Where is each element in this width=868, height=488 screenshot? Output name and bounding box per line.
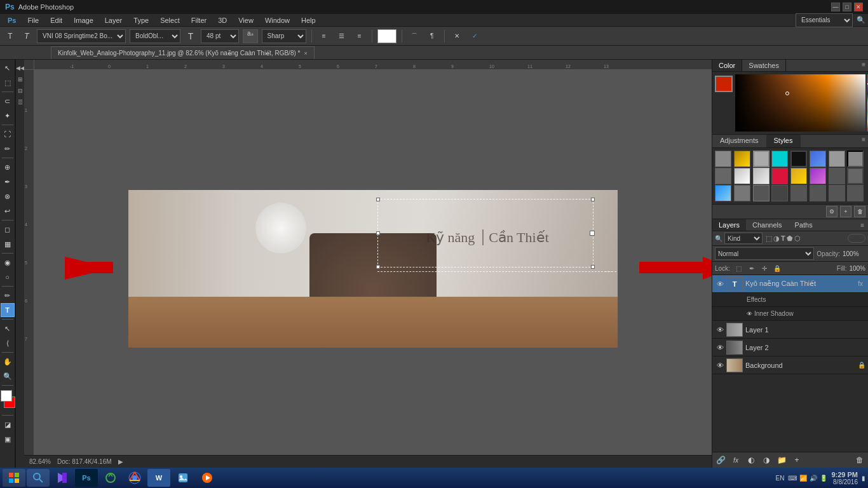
taskbar-show-desktop-icon[interactable]: ▮ bbox=[862, 475, 865, 482]
style-swatch-11[interactable] bbox=[753, 168, 770, 184]
menu-help[interactable]: Help bbox=[296, 15, 321, 25]
crop-tool[interactable]: ⛶ bbox=[1, 127, 15, 141]
tab-paths[interactable]: Paths bbox=[789, 219, 819, 231]
menu-3d[interactable]: 3D bbox=[213, 15, 232, 25]
brush-tool[interactable]: ✒ bbox=[1, 175, 15, 189]
confirm-type-button[interactable]: ✓ bbox=[468, 29, 482, 43]
panel-side-icon-1[interactable]: ⊞ bbox=[18, 76, 23, 83]
document-tab[interactable]: Kinfolk_Web_Analog-Photography_11.jpg @ … bbox=[51, 46, 315, 59]
taskbar-word-icon[interactable]: W bbox=[147, 469, 170, 487]
styles-new-icon[interactable]: + bbox=[840, 206, 851, 217]
tab-close-button[interactable]: × bbox=[304, 50, 307, 57]
layers-panel-menu-icon[interactable]: ≡ bbox=[860, 222, 868, 229]
eraser-tool[interactable]: ◻ bbox=[1, 222, 15, 236]
layers-new-icon[interactable]: + bbox=[791, 454, 803, 466]
layers-filter-toggle[interactable] bbox=[848, 234, 865, 243]
gradient-tool[interactable]: ▦ bbox=[1, 237, 15, 251]
align-center-button[interactable]: ☰ bbox=[335, 29, 349, 43]
font-family-selector[interactable]: VNI 08 Springtime2 Bo... bbox=[37, 29, 126, 43]
warp-text-button[interactable]: ⌒ bbox=[407, 29, 421, 43]
styles-settings-icon[interactable]: ⚙ bbox=[826, 206, 837, 217]
hand-tool[interactable]: ✋ bbox=[1, 355, 15, 369]
status-arrow[interactable]: ▶ bbox=[118, 458, 123, 465]
style-swatch-4[interactable] bbox=[771, 151, 788, 167]
tab-swatches[interactable]: Swatches bbox=[742, 60, 786, 71]
cancel-type-button[interactable]: ✕ bbox=[450, 29, 464, 43]
taskbar-network-icon[interactable]: 📶 bbox=[799, 475, 807, 482]
style-swatch-19[interactable] bbox=[753, 185, 770, 201]
taskbar-refresh-icon[interactable] bbox=[99, 469, 122, 487]
style-swatch-2[interactable] bbox=[734, 151, 750, 167]
tab-layers[interactable]: Layers bbox=[712, 219, 746, 231]
close-button[interactable]: ✕ bbox=[854, 3, 863, 11]
menu-edit[interactable]: Edit bbox=[45, 15, 67, 25]
menu-view[interactable]: View bbox=[233, 15, 259, 25]
blend-mode-selector[interactable]: Normal bbox=[715, 247, 814, 260]
taskbar-chrome-icon[interactable] bbox=[123, 469, 146, 487]
lasso-tool[interactable]: ⊂ bbox=[1, 94, 15, 108]
align-left-button[interactable]: ≡ bbox=[317, 29, 331, 43]
dodge-tool[interactable]: ○ bbox=[1, 270, 15, 284]
taskbar-battery-icon[interactable]: 🔋 bbox=[820, 475, 827, 482]
filter-shape-icon[interactable]: ⬟ bbox=[787, 234, 793, 243]
layers-link-icon[interactable]: 🔗 bbox=[715, 454, 726, 466]
workspace-selector[interactable]: Essentials bbox=[796, 13, 853, 27]
layer-effects-group[interactable]: Effects bbox=[712, 293, 868, 307]
font-style-selector[interactable]: BoldObl... bbox=[130, 29, 180, 43]
filter-type-icon[interactable]: T bbox=[781, 234, 785, 243]
taskbar-ps-icon[interactable]: Ps bbox=[75, 469, 98, 487]
move-tool[interactable]: ↖ bbox=[1, 61, 15, 75]
layer-eye-text[interactable]: 👁 bbox=[715, 279, 725, 289]
magic-wand-tool[interactable]: ✦ bbox=[1, 109, 15, 123]
font-size-selector[interactable]: 48 pt bbox=[201, 29, 239, 43]
aa-method-btn[interactable]: aₐ bbox=[243, 29, 258, 43]
blur-tool[interactable]: ◉ bbox=[1, 255, 15, 269]
layers-fx-icon[interactable]: fx bbox=[730, 454, 742, 466]
style-swatch-5[interactable] bbox=[790, 151, 807, 167]
taskbar-vs-icon[interactable] bbox=[51, 469, 74, 487]
clone-tool[interactable]: ⊗ bbox=[1, 189, 15, 203]
foreground-color[interactable] bbox=[1, 390, 12, 402]
opacity-value[interactable]: 100% bbox=[843, 250, 865, 257]
lock-all-icon[interactable]: 🔒 bbox=[772, 263, 782, 273]
filter-adjust-icon[interactable]: ◑ bbox=[773, 234, 780, 243]
menu-image[interactable]: Image bbox=[69, 15, 98, 25]
menu-file[interactable]: File bbox=[22, 15, 44, 25]
tab-adjustments[interactable]: Adjustments bbox=[712, 135, 766, 147]
canvas-area[interactable]: Kỹ năngCần Thiết bbox=[34, 70, 712, 468]
layer-eye-2[interactable]: 👁 bbox=[715, 342, 725, 353]
text-orient-toggle[interactable]: T bbox=[20, 30, 33, 43]
style-swatch-17[interactable] bbox=[715, 185, 731, 201]
style-swatch-18[interactable] bbox=[734, 185, 750, 201]
fill-value[interactable]: 100% bbox=[849, 265, 865, 272]
style-swatch-12[interactable] bbox=[771, 168, 788, 184]
style-swatch-6[interactable] bbox=[810, 151, 826, 167]
taskbar-search-icon[interactable] bbox=[27, 469, 50, 487]
styles-delete-icon[interactable]: 🗑 bbox=[854, 206, 865, 217]
eyedropper-tool[interactable]: ✏ bbox=[1, 142, 15, 156]
workspace-search-icon[interactable]: 🔍 bbox=[857, 16, 865, 24]
style-swatch-24[interactable] bbox=[847, 185, 864, 201]
style-swatch-13[interactable] bbox=[790, 168, 807, 184]
adj-panel-menu-icon[interactable]: ≡ bbox=[859, 135, 868, 147]
lock-position-icon[interactable]: ✛ bbox=[759, 263, 770, 273]
menu-window[interactable]: Window bbox=[260, 15, 295, 25]
filter-pixel-icon[interactable]: ⬚ bbox=[766, 234, 772, 243]
marquee-tool[interactable]: ⬚ bbox=[1, 76, 15, 90]
taskbar-photos-icon[interactable] bbox=[172, 469, 194, 487]
layer-item-text[interactable]: 👁 T Kyõ naẽng Caàn Thiết fx bbox=[712, 275, 868, 293]
align-right-button[interactable]: ≡ bbox=[353, 29, 367, 43]
style-swatch-20[interactable] bbox=[771, 185, 788, 201]
style-swatch-9[interactable] bbox=[715, 168, 731, 184]
layers-adjustment-icon[interactable]: ◑ bbox=[761, 454, 772, 466]
menu-type[interactable]: Type bbox=[128, 15, 154, 25]
quick-mask-tool[interactable]: ◪ bbox=[1, 417, 15, 431]
layer-item-1[interactable]: 👁 Layer 1 bbox=[712, 321, 868, 339]
menu-ps[interactable]: Ps bbox=[3, 15, 21, 25]
lock-pixels-icon[interactable]: ⬚ bbox=[734, 263, 744, 273]
style-swatch-14[interactable] bbox=[810, 168, 826, 184]
menu-filter[interactable]: Filter bbox=[186, 15, 212, 25]
style-swatch-21[interactable] bbox=[790, 185, 807, 201]
minimize-button[interactable]: — bbox=[831, 3, 840, 11]
layer-eye-shadow[interactable]: 👁 bbox=[745, 309, 753, 319]
